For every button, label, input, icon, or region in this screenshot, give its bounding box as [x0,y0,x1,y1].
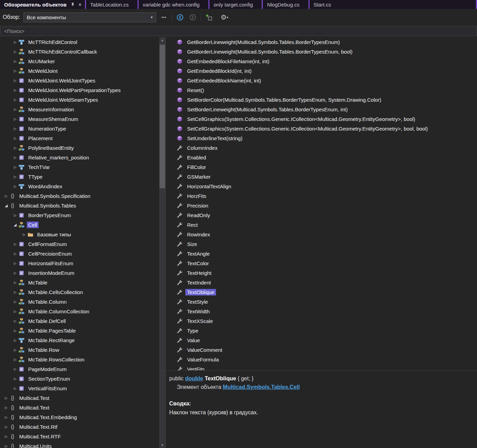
expander-collapsed-icon[interactable]: ▷ [12,367,19,371]
member-item[interactable]: ColumnIndex [177,143,477,153]
tree-item[interactable]: ▷McTable.CellsCollection [0,287,159,297]
expander-collapsed-icon[interactable]: ▷ [12,50,19,54]
member-item[interactable]: TextXScale [177,316,477,326]
tab-2[interactable]: TableLocation.cs [86,0,139,9]
expander-collapsed-icon[interactable]: ▷ [12,329,19,333]
tree-item[interactable]: ▷McTable.Row [0,345,159,355]
member-item[interactable]: GetBorderLineweight(Multicad.Symbols.Tab… [177,47,477,56]
expander-collapsed-icon[interactable]: ▷ [12,98,19,102]
expander-collapsed-icon[interactable]: ▷ [3,415,10,419]
expander-collapsed-icon[interactable]: ▷ [12,348,19,352]
navigate-forward-button[interactable] [188,12,198,22]
scrollbar-thumb[interactable] [160,45,165,188]
expander-collapsed-icon[interactable]: ▷ [12,146,19,150]
expander-collapsed-icon[interactable]: ▷ [12,108,19,111]
tree-item[interactable]: ▷McWeldJoint.WeldJointTypes [0,76,159,85]
expander-collapsed-icon[interactable]: ▷ [12,175,19,179]
member-item[interactable]: HorizontalTextAlign [177,181,477,191]
tree-item[interactable]: ▷HorizontalFitsEnum [0,258,159,268]
scrollbar-down-icon[interactable]: ▼ [159,442,165,448]
expander-collapsed-icon[interactable]: ▷ [12,300,19,304]
tree-item[interactable]: ▷Multicad.Text.Embedding [0,412,159,422]
tree-item[interactable]: ▷PolylineBasedEntity [0,143,159,153]
member-item[interactable]: FillColor [177,162,477,172]
customize-component-set-button[interactable]: ••• [159,12,169,22]
pin-icon[interactable] [71,2,75,7]
member-item[interactable]: TextColor [177,258,477,268]
tree-item[interactable]: ▷McWeldJoint.WeldPartPreparationTypes [0,85,159,95]
expander-collapsed-icon[interactable]: ▷ [3,194,10,198]
tree-item[interactable]: ▷Multicad.Test [0,393,159,403]
expander-collapsed-icon[interactable]: ▷ [12,88,19,92]
tree-item[interactable]: ▷McUMarker [0,56,159,66]
expander-collapsed-icon[interactable]: ▷ [12,127,19,131]
member-item[interactable]: RowIndex [177,229,477,239]
member-item[interactable]: SetCellGraphics(System.Collections.Gener… [177,114,477,124]
expander-collapsed-icon[interactable]: ▷ [12,136,19,140]
tree-item[interactable]: ▷Relative_markers_position [0,153,159,162]
member-item[interactable]: HorzFits [177,191,477,201]
expander-collapsed-icon[interactable]: ▷ [12,261,19,265]
tree-item[interactable]: ▷PageModeEnum [0,364,159,374]
member-item[interactable]: ReadOnly [177,210,477,220]
member-item[interactable]: Reset() [177,85,477,95]
member-item[interactable]: SetUnderlineText(string) [177,133,477,143]
expander-collapsed-icon[interactable]: ▷ [12,358,19,361]
expander-collapsed-icon[interactable]: ▷ [3,425,10,429]
member-item[interactable]: GSMarker [177,172,477,181]
expander-collapsed-icon[interactable]: ▷ [12,40,19,44]
expander-collapsed-icon[interactable]: ▷ [12,184,19,188]
tree-item[interactable]: ▷McTable.Column [0,297,159,306]
expander-collapsed-icon[interactable]: ▷ [12,252,19,256]
add-to-references-button[interactable] [204,12,214,22]
expander-collapsed-icon[interactable]: ▷ [12,387,19,390]
member-of-container-link[interactable]: Multicad.Symbols.Tables [223,384,288,390]
member-item[interactable]: TextIndent [177,278,477,287]
expander-collapsed-icon[interactable]: ▷ [12,242,19,246]
tab-1[interactable]: Обозреватель объектов× [0,0,86,9]
expander-collapsed-icon[interactable]: ▷ [12,310,19,313]
member-item[interactable]: SetBorderLineweight(Multicad.Symbols.Tab… [177,104,477,114]
expander-collapsed-icon[interactable]: ▷ [12,271,19,275]
tree-item[interactable]: ▷McTable.DefCell [0,316,159,326]
expander-collapsed-icon[interactable]: ▷ [12,213,19,217]
member-item[interactable]: TextHeight [177,268,477,278]
member-item[interactable]: SetBorderColor(Multicad.Symbols.Tables.B… [177,95,477,104]
member-item[interactable]: Type [177,326,477,335]
expander-collapsed-icon[interactable]: ▷ [12,117,19,121]
member-item[interactable]: VertFits [177,364,477,370]
member-item[interactable]: GetEmbededBlockFileName(int, int) [177,56,477,66]
expander-collapsed-icon[interactable]: ▷ [12,338,19,342]
tree-item[interactable]: ▷CellPrecisionEnum [0,249,159,258]
tree-item[interactable]: ▷MeasureInformation [0,104,159,114]
expander-collapsed-icon[interactable]: ▷ [12,377,19,381]
signature-type-link[interactable]: double [185,376,203,381]
tree-item[interactable]: ▷McTable.RectRange [0,335,159,345]
expander-collapsed-icon[interactable]: ▷ [21,233,28,236]
member-item[interactable]: ValueFormula [177,355,477,364]
tree-item[interactable]: ▷Placement [0,133,159,143]
member-item[interactable]: GetEmbededBlockName(int, int) [177,76,477,85]
expander-collapsed-icon[interactable]: ▷ [12,290,19,294]
tree-item[interactable]: ▷McWeldJoint.WeldSeamTypes [0,95,159,104]
tree-item[interactable]: ▷McTable.PagesTable [0,326,159,335]
expander-expanded-icon[interactable]: ◢ [3,203,10,208]
member-item[interactable]: GetBorderLineweight(Multicad.Symbols.Tab… [177,37,477,47]
tree-item[interactable]: ▷Multicad.Text.Rtf [0,422,159,432]
expander-expanded-icon[interactable]: ◢ [12,223,19,227]
navigate-back-button[interactable] [175,12,185,22]
member-item[interactable]: TextOblique [177,287,477,297]
expander-collapsed-icon[interactable]: ▷ [3,444,10,448]
tree-item[interactable]: ▷McTTRichEditControl [0,37,159,47]
tree-item[interactable]: ▷SectionTypeEnum [0,374,159,383]
tree-item[interactable]: ▷CellFormatEnum [0,239,159,249]
tree-item[interactable]: ▷VerticalFitsEnum [0,383,159,393]
tab-6[interactable]: Start.cs [310,0,477,9]
tree-item[interactable]: ◢Multicad.Symbols.Tables [0,201,159,210]
settings-button[interactable]: ⚙ ▾ [217,12,232,22]
expander-collapsed-icon[interactable]: ▷ [12,79,19,82]
expander-collapsed-icon[interactable]: ▷ [12,319,19,323]
member-item[interactable]: TextAngle [177,249,477,258]
member-item[interactable]: SetCellGraphics(System.Collections.Gener… [177,124,477,133]
component-scope-combo[interactable]: Все компоненты ▾ [23,12,156,22]
